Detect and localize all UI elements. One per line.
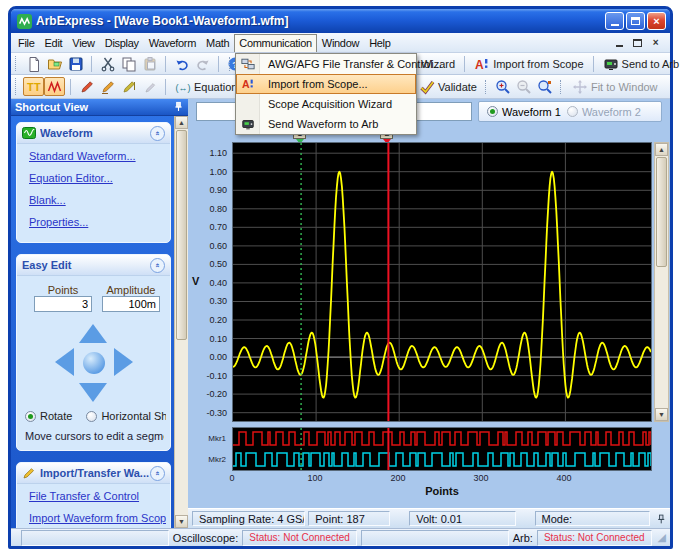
undo-button[interactable] bbox=[171, 54, 192, 73]
collapse-chevron-icon[interactable]: « bbox=[150, 126, 165, 141]
link-import-waveform-from-scope[interactable]: Import Waveform from Scope bbox=[29, 512, 166, 524]
waveform-plot[interactable] bbox=[232, 142, 652, 422]
menu-waveform[interactable]: Waveform bbox=[144, 35, 201, 51]
menu-display[interactable]: Display bbox=[100, 35, 144, 51]
pad-up-button[interactable] bbox=[79, 324, 107, 343]
zoom-selection-button[interactable] bbox=[535, 78, 556, 97]
y-axis-unit-label: V bbox=[192, 275, 199, 287]
horizontal-shift-radio[interactable] bbox=[86, 411, 97, 422]
mdi-close-button[interactable]: × bbox=[649, 37, 662, 49]
menu-file[interactable]: File bbox=[13, 35, 40, 51]
vertical-draw-button[interactable] bbox=[118, 77, 139, 96]
resize-grip[interactable]: ◢ bbox=[658, 531, 666, 544]
horizontal-draw-button[interactable] bbox=[97, 77, 118, 96]
waveform-editor-area: Waveform 1 Waveform 2 12 1.101.000.900.8… bbox=[188, 99, 670, 528]
maximize-button[interactable] bbox=[626, 12, 645, 30]
collapse-chevron-icon[interactable]: « bbox=[150, 258, 165, 273]
menu-help[interactable]: Help bbox=[364, 35, 395, 51]
pad-left-button[interactable] bbox=[55, 348, 74, 376]
link-blank[interactable]: Blank... bbox=[29, 194, 166, 206]
menu-math[interactable]: Math bbox=[201, 35, 234, 51]
y-tick-label: 0.40 bbox=[209, 278, 227, 288]
menu-view[interactable]: View bbox=[67, 35, 99, 51]
point-draw-button[interactable] bbox=[139, 77, 160, 96]
y-tick-label: -0.10 bbox=[206, 371, 227, 381]
new-file-icon bbox=[26, 56, 42, 72]
redo-button[interactable] bbox=[192, 54, 213, 73]
import-from-scope-icon: A bbox=[474, 56, 490, 72]
fit-to-window-button[interactable]: Fit to Window bbox=[568, 78, 662, 97]
toolbar-grip[interactable] bbox=[560, 80, 564, 94]
menu-item-import-from-scope[interactable]: A Import from Scope... bbox=[236, 74, 416, 94]
collapse-chevron-icon[interactable]: « bbox=[150, 466, 165, 481]
import-from-scope-icon: A bbox=[241, 77, 255, 91]
new-file-button[interactable] bbox=[23, 54, 44, 73]
points-input[interactable] bbox=[34, 296, 92, 312]
y-tick-label: 0.00 bbox=[209, 352, 227, 362]
waveform-1-option[interactable]: Waveform 1 bbox=[487, 106, 561, 118]
sidebar-scrollbar[interactable]: ▲ ▼ bbox=[174, 116, 188, 528]
validate-button[interactable]: Validate bbox=[415, 78, 481, 97]
easy-edit-panel-title: Easy Edit bbox=[22, 259, 150, 271]
direction-pad bbox=[55, 324, 133, 402]
toolbar-grip[interactable] bbox=[15, 78, 19, 94]
v-pencil-icon bbox=[121, 79, 137, 95]
waveform-2-option[interactable]: Waveform 2 bbox=[567, 106, 641, 118]
zoom-in-button[interactable] bbox=[493, 78, 514, 97]
scroll-down-arrow[interactable]: ▼ bbox=[175, 515, 188, 528]
points-label: Points bbox=[33, 284, 93, 296]
cursor-marker-mode-button[interactable]: TT bbox=[23, 77, 44, 96]
pad-right-button[interactable] bbox=[114, 348, 133, 376]
copy-button[interactable] bbox=[118, 54, 139, 73]
toolbar-grip[interactable] bbox=[485, 80, 489, 94]
close-button[interactable]: × bbox=[647, 12, 666, 30]
toolbar-grip[interactable] bbox=[15, 56, 19, 71]
menu-item-awg-afg-file-transfer[interactable]: AWG/AFG File Transfer & Control... bbox=[236, 54, 416, 74]
cut-button[interactable] bbox=[97, 54, 118, 73]
y-tick-label: -0.20 bbox=[206, 389, 227, 399]
scrollbar-thumb[interactable] bbox=[656, 157, 667, 267]
pad-down-button[interactable] bbox=[79, 383, 107, 402]
mdi-restore-button[interactable] bbox=[631, 37, 644, 49]
scroll-up-arrow[interactable]: ▲ bbox=[175, 116, 188, 129]
link-standard-waveform[interactable]: Standard Waveform... bbox=[29, 150, 166, 162]
link-equation-editor[interactable]: Equation Editor... bbox=[29, 172, 166, 184]
svg-text:T: T bbox=[34, 81, 41, 93]
plot-vertical-scrollbar[interactable]: ▲ ▼ bbox=[654, 142, 669, 422]
menu-window[interactable]: Window bbox=[317, 35, 364, 51]
save-button[interactable] bbox=[65, 54, 86, 73]
menu-item-scope-acquisition-wizard[interactable]: Scope Acquisition Wizard bbox=[236, 94, 416, 114]
toolbar-grip[interactable] bbox=[229, 57, 233, 71]
pad-center-button[interactable] bbox=[83, 352, 105, 374]
menu-edit[interactable]: Edit bbox=[40, 35, 68, 51]
import-transfer-panel-title: Import/Transfer Wa... bbox=[40, 467, 150, 479]
send-to-arb-button[interactable]: Send to Arb bbox=[599, 55, 681, 74]
scroll-up-arrow[interactable]: ▲ bbox=[655, 143, 668, 156]
menu-communication[interactable]: Communication bbox=[234, 34, 317, 52]
redo-icon bbox=[195, 56, 211, 72]
pin-button[interactable] bbox=[173, 101, 184, 114]
waveform-display-mode-button[interactable] bbox=[44, 77, 65, 96]
link-properties[interactable]: Properties... bbox=[29, 216, 166, 228]
zoom-out-button[interactable] bbox=[514, 78, 535, 97]
rotate-radio[interactable] bbox=[25, 411, 36, 422]
marker-label-mkr2: Mkr2 bbox=[208, 455, 226, 464]
link-file-transfer-control[interactable]: File Transfer & Control bbox=[29, 490, 166, 502]
menu-item-send-waveform-to-arb[interactable]: Send Waveform to Arb bbox=[236, 114, 416, 134]
svg-text:T: T bbox=[27, 81, 34, 93]
paste-button[interactable] bbox=[139, 54, 160, 73]
minimize-button[interactable] bbox=[605, 12, 624, 30]
scrollbar-thumb[interactable] bbox=[176, 130, 187, 340]
waveform-1-radio[interactable] bbox=[487, 106, 498, 117]
waveform-2-radio[interactable] bbox=[567, 106, 578, 117]
freehand-draw-button[interactable] bbox=[76, 77, 97, 96]
communication-menu-dropdown: AWG/AFG File Transfer & Control... A Imp… bbox=[235, 53, 417, 135]
scroll-down-arrow[interactable]: ▼ bbox=[655, 408, 668, 421]
import-from-scope-button[interactable]: A Import from Scope bbox=[470, 55, 587, 74]
open-file-button[interactable] bbox=[44, 54, 65, 73]
easy-edit-panel-header: Easy Edit « bbox=[17, 255, 170, 276]
y-tick-label: 1.00 bbox=[209, 167, 227, 177]
mdi-minimize-button[interactable] bbox=[613, 37, 626, 49]
y-tick-label: 0.60 bbox=[209, 241, 227, 251]
amplitude-input[interactable] bbox=[102, 296, 160, 312]
